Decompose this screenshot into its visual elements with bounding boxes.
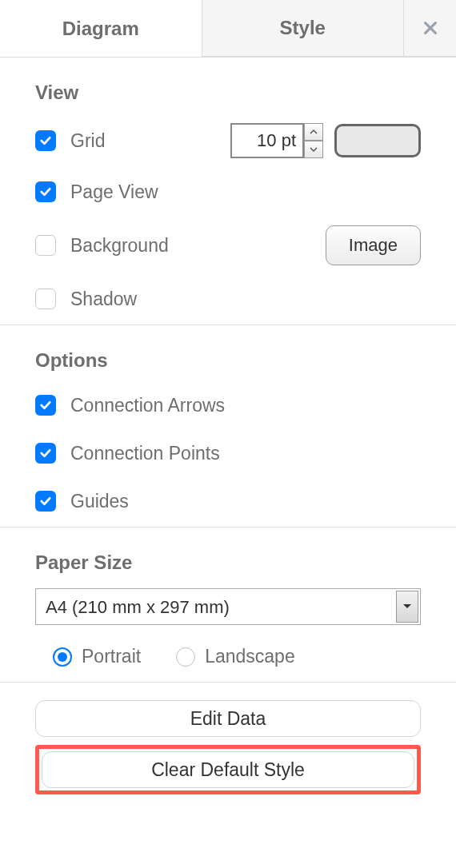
guides-checkbox[interactable] — [35, 491, 56, 512]
chevron-up-icon — [310, 129, 318, 135]
divider — [0, 682, 456, 683]
grid-checkbox[interactable] — [35, 130, 56, 151]
edit-data-button[interactable]: Edit Data — [35, 700, 421, 737]
divider — [0, 325, 456, 325]
orientation-row: Portrait Landscape — [35, 646, 421, 667]
shadow-checkbox[interactable] — [35, 289, 56, 309]
options-title: Options — [35, 349, 421, 372]
portrait-label: Portrait — [82, 646, 141, 667]
divider — [0, 527, 456, 528]
connection-points-checkbox[interactable] — [35, 443, 56, 464]
highlight-frame: Clear Default Style — [35, 745, 421, 794]
view-section: View Grid — [0, 58, 456, 683]
check-icon — [38, 398, 53, 412]
shadow-row: Shadow — [35, 285, 421, 313]
grid-size-input[interactable] — [230, 123, 304, 158]
background-label: Background — [70, 235, 169, 257]
check-icon — [38, 185, 53, 199]
connection-arrows-label: Connection Arrows — [70, 395, 225, 416]
background-checkbox[interactable] — [35, 235, 56, 256]
paper-size-title: Paper Size — [35, 551, 421, 574]
paper-size-select[interactable]: A4 (210 mm x 297 mm) — [35, 588, 421, 625]
close-panel-button[interactable] — [403, 0, 456, 57]
shadow-label: Shadow — [70, 289, 137, 310]
grid-step-down[interactable] — [304, 141, 323, 158]
connection-points-row: Connection Points — [35, 439, 421, 468]
check-icon — [38, 494, 53, 508]
guides-label: Guides — [70, 491, 129, 512]
grid-label: Grid — [70, 130, 105, 152]
clear-default-style-button[interactable]: Clear Default Style — [42, 751, 414, 788]
view-title: View — [35, 82, 421, 104]
connection-arrows-row: Connection Arrows — [35, 391, 421, 420]
tab-style[interactable]: Style — [202, 0, 404, 57]
tab-bar: Diagram Style — [0, 0, 456, 58]
paper-size-select-wrap: A4 (210 mm x 297 mm) — [35, 588, 421, 625]
landscape-label: Landscape — [205, 646, 295, 667]
page-view-row: Page View — [35, 177, 421, 206]
page-view-label: Page View — [70, 181, 158, 203]
grid-row: Grid — [35, 123, 421, 158]
grid-stepper — [304, 123, 323, 158]
radio-icon — [53, 647, 72, 667]
check-icon — [38, 133, 53, 148]
connection-points-label: Connection Points — [70, 443, 220, 464]
chevron-down-icon — [310, 146, 318, 153]
connection-arrows-checkbox[interactable] — [35, 395, 56, 416]
background-image-button[interactable]: Image — [326, 225, 421, 265]
portrait-radio[interactable]: Portrait — [53, 646, 141, 667]
grid-step-up[interactable] — [304, 123, 323, 141]
tab-diagram[interactable]: Diagram — [0, 0, 202, 57]
guides-row: Guides — [35, 487, 421, 516]
grid-color-swatch[interactable] — [334, 124, 421, 157]
page-view-checkbox[interactable] — [35, 181, 56, 202]
radio-icon — [176, 647, 195, 667]
grid-size-control — [230, 123, 323, 158]
landscape-radio[interactable]: Landscape — [176, 646, 295, 667]
check-icon — [38, 446, 53, 460]
close-icon — [422, 19, 439, 37]
bottom-actions: Edit Data Clear Default Style — [0, 700, 456, 794]
background-row: Background Image — [35, 225, 421, 265]
